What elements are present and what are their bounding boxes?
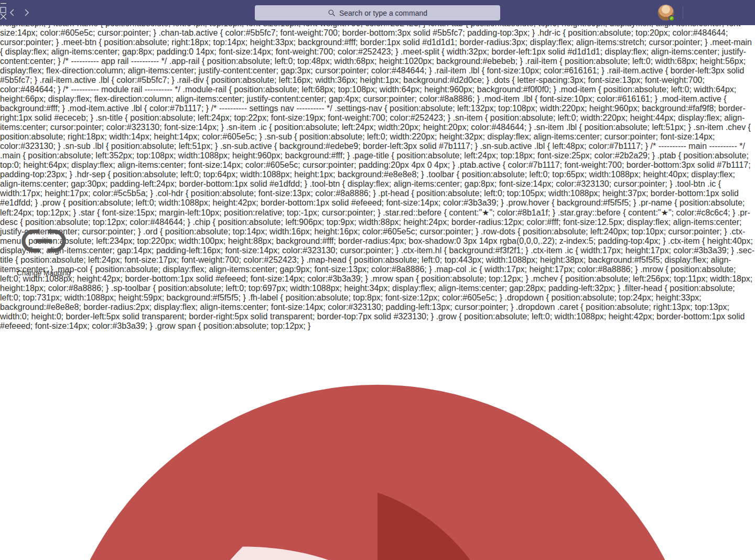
status-available-icon: ✓ — [668, 15, 675, 21]
search-placeholder: Search or type a command — [339, 9, 427, 17]
teams-title-bar: Search or type a command ✓ — [0, 0, 755, 25]
change-mapping-label: Change Mapping — [17, 269, 71, 277]
back-icon[interactable] — [7, 7, 18, 18]
forward-icon[interactable] — [21, 7, 31, 18]
link-icon — [17, 214, 71, 268]
titlebar-divider — [683, 6, 683, 19]
search-input[interactable]: Search or type a command — [255, 5, 500, 20]
channel-header: Project Dragon Posts Files Appvity eTask… — [0, 331, 755, 560]
user-avatar[interactable]: ✓ — [657, 4, 674, 21]
change-mapping-button[interactable]: Change Mapping — [17, 214, 71, 277]
team-logo-icon — [0, 331, 755, 560]
search-icon — [328, 9, 336, 17]
